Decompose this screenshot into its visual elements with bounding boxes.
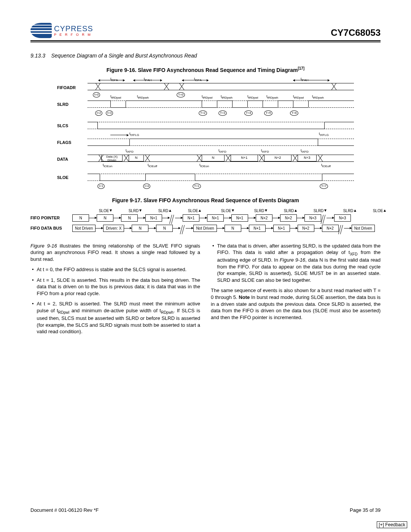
- arrow-right-icon: [175, 218, 183, 218]
- arrow-down-icon: [324, 209, 327, 212]
- seq-event: SLOE: [180, 209, 209, 213]
- arrow-right-icon: [186, 228, 193, 228]
- arrow-right-icon: [272, 218, 280, 218]
- data-driven-x: Data (X) Driven: [101, 155, 123, 161]
- globe-icon: [30, 23, 52, 38]
- bullet-4: The data that is driven, after asserting…: [217, 243, 381, 284]
- seq-cell: N+3: [334, 214, 351, 222]
- arrow-up-icon: [295, 209, 297, 212]
- seq-event: SLOE: [91, 209, 120, 213]
- doc-number: Document # 001-06120 Rev *F: [30, 507, 99, 513]
- logo-tagline: P E R F O R M: [54, 33, 93, 37]
- seq-cell: N: [132, 225, 148, 232]
- seq-row-label: FIFO POINTER: [30, 216, 72, 220]
- label-fifoadr: FIFOADR: [57, 85, 84, 90]
- arrow-right-icon: [96, 228, 103, 228]
- page-footer: Document # 001-06120 Rev *F Page 35 of 3…: [30, 507, 381, 513]
- arrow-right-icon: [314, 228, 322, 228]
- row-slcs: SLCS: [57, 117, 354, 133]
- page-header: CYPRESS P E R F O R M CY7C68053: [30, 23, 381, 42]
- arrow-right-icon: [148, 228, 156, 228]
- data-n2: N+2: [264, 155, 292, 161]
- arrow-up-icon: [354, 209, 356, 212]
- seq-cell: Not Driven: [193, 225, 217, 232]
- seq-cell: Not Driven: [72, 225, 96, 232]
- cypress-logo: CYPRESS P E R F O R M: [30, 23, 93, 38]
- seq-row-label: FIFO DATA BUS: [30, 226, 72, 230]
- seq-event: SLOE: [209, 209, 246, 213]
- data-n3: N+3: [298, 155, 317, 161]
- arrow-right-icon: [173, 228, 180, 228]
- seq-event: SLRD: [150, 209, 180, 213]
- arrow-down-icon: [265, 209, 267, 212]
- arrow-right-icon: [241, 228, 249, 228]
- seq-event: SLRD: [305, 209, 335, 213]
- logo-name: CYPRESS: [54, 25, 93, 32]
- seq-event: SLRD: [335, 209, 365, 213]
- arrow-right-icon: [199, 218, 207, 218]
- seq-cell: N+2: [256, 214, 272, 222]
- seq-event: SLOE: [365, 209, 394, 213]
- label-slcs: SLCS: [57, 123, 84, 128]
- seq-event: SLRD: [246, 209, 276, 213]
- label-sloe: SLOE: [57, 175, 84, 180]
- bullet-2: At t = 1, SLOE is asserted. This results…: [37, 277, 200, 297]
- arrow-right-icon: [162, 218, 170, 218]
- seq-event: SLRD: [276, 209, 305, 213]
- label-flags: FLAGS: [57, 140, 84, 145]
- arrow-right-icon: [327, 218, 334, 218]
- seq-cell: N+3: [304, 214, 321, 222]
- timing-diagram: FIFOADR ttSFA ttFAH ttSFA ttFAH t=0 T=0: [57, 78, 354, 188]
- label-data: DATA: [57, 157, 84, 161]
- row-data: DATA Data (X) Driven N N N+1 N+2 N+3 t: [57, 150, 354, 168]
- seq-header-events: SLOESLRDSLRDSLOESLOESLRDSLRDSLRDSLRDSLOE: [72, 209, 396, 213]
- T2-marker: T=2: [199, 110, 207, 116]
- T5-marker: T=5: [264, 110, 272, 116]
- t3-marker: t=3: [106, 110, 113, 116]
- arrow-up-icon: [199, 209, 201, 212]
- arrow-down-icon: [139, 209, 142, 212]
- arrow-right-icon: [224, 218, 231, 218]
- arrow-right-icon: [248, 218, 256, 218]
- t4-marker: t=4: [143, 184, 150, 189]
- T3-marker: T=3: [218, 110, 227, 116]
- row-flags: FLAGS ttXFLG ttXFLG: [57, 133, 354, 150]
- seq-cell: Driven: X: [103, 225, 124, 232]
- figure-ref: [17]: [298, 66, 304, 70]
- T6-marker: T=6: [290, 110, 298, 116]
- seq-cell: N+1: [145, 214, 162, 222]
- arrow-down-icon: [232, 209, 234, 212]
- arrow-up-icon: [384, 209, 386, 212]
- header-rule: [30, 42, 381, 43]
- seq-event: SLRD: [120, 209, 150, 213]
- section-number: 9.13.3: [30, 53, 45, 59]
- seq-cell: N: [97, 214, 113, 222]
- seq-cell: N: [225, 225, 241, 232]
- section-heading: 9.13.3 Sequence Diagram of a Single and …: [30, 53, 381, 59]
- data-n1: N+1: [231, 155, 258, 161]
- arrow-right-icon: [138, 218, 145, 218]
- figure-9-17-title: Figure 9-17. Slave FIFO Asynchronous Rea…: [30, 197, 381, 203]
- sequence-diagram: SLOESLRDSLRDSLOESLOESLRDSLRDSLRDSLRDSLOE…: [30, 209, 396, 232]
- figure-9-16-title: Figure 9-16. Slave FIFO Asynchronous Rea…: [30, 66, 381, 73]
- label-slrd: SLRD: [57, 102, 84, 107]
- arrow-right-icon: [266, 228, 273, 228]
- seq-cell: N: [156, 225, 173, 232]
- section-title: Sequence Diagram of a Single and Burst A…: [51, 53, 197, 59]
- feedback-button[interactable]: [+] Feedback: [377, 521, 407, 528]
- data-n-single: N: [129, 155, 144, 161]
- bullet-1: At t = 0, the FIFO address is stable and…: [37, 266, 186, 273]
- row-sloe: SLOE t=1 t=4 T=1 T=7: [57, 168, 354, 188]
- arrow-right-icon: [124, 228, 132, 228]
- data-n: N: [202, 155, 225, 161]
- seq-cell: Not Driven: [352, 225, 375, 232]
- seq-cell: N+2: [280, 214, 297, 222]
- seq-cell: N+1: [231, 214, 248, 222]
- row-slrd: SLRD: [57, 95, 354, 117]
- seq-cell: N: [121, 214, 138, 222]
- arrow-down-icon: [110, 209, 112, 212]
- arrow-right-icon: [290, 228, 298, 228]
- arrow-right-icon: [297, 218, 304, 218]
- seq-cell: N+2: [322, 225, 339, 232]
- arrow-up-icon: [169, 209, 171, 212]
